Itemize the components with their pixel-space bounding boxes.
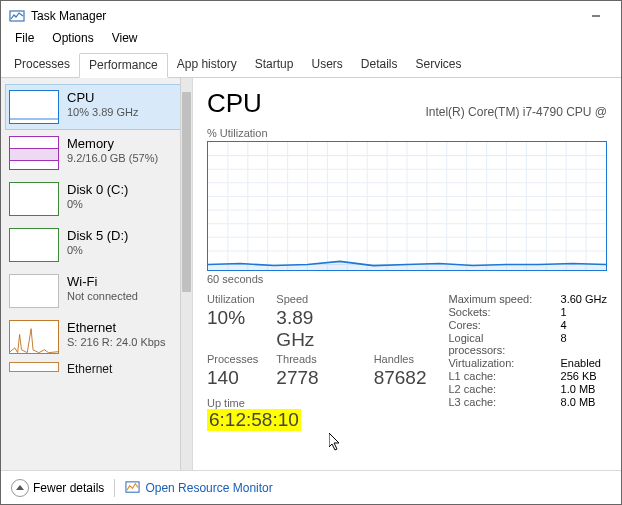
minimize-button[interactable] bbox=[579, 5, 613, 27]
footer-separator bbox=[114, 479, 115, 497]
menubar: File Options View bbox=[1, 29, 621, 51]
ethernet-thumb-icon bbox=[9, 320, 59, 354]
ethernet2-thumb-icon bbox=[9, 362, 59, 372]
l1-label: L1 cache: bbox=[448, 370, 542, 382]
sockets-label: Sockets: bbox=[448, 306, 542, 318]
handles-value: 87682 bbox=[374, 367, 427, 389]
tab-startup[interactable]: Startup bbox=[246, 53, 303, 77]
sockets-value: 1 bbox=[561, 306, 607, 318]
disk0-thumb-icon bbox=[9, 182, 59, 216]
tab-performance[interactable]: Performance bbox=[79, 53, 168, 78]
chevron-up-icon bbox=[11, 479, 29, 497]
fewer-details-button[interactable]: Fewer details bbox=[11, 479, 104, 497]
lprocs-value: 8 bbox=[561, 332, 607, 356]
tab-bar: Processes Performance App history Startu… bbox=[1, 51, 621, 78]
virt-label: Virtualization: bbox=[448, 357, 542, 369]
sidebar-item-ethernet-2[interactable]: Ethernet bbox=[5, 360, 188, 374]
sidebar-scrollbar[interactable] bbox=[180, 78, 192, 470]
resource-monitor-icon bbox=[125, 480, 140, 495]
performance-sidebar: CPU 10% 3.89 GHz Memory 9.2/16.0 GB (57%… bbox=[1, 78, 193, 470]
cores-value: 4 bbox=[561, 319, 607, 331]
resource-monitor-label: Open Resource Monitor bbox=[145, 481, 272, 495]
virt-value: Enabled bbox=[561, 357, 607, 369]
processes-value: 140 bbox=[207, 367, 258, 389]
sidebar-item-disk5[interactable]: Disk 5 (D:) 0% bbox=[5, 222, 188, 268]
cpu-model: Intel(R) Core(TM) i7-4790 CPU @ bbox=[425, 105, 607, 119]
handles-label: Handles bbox=[374, 353, 427, 365]
menu-view[interactable]: View bbox=[104, 29, 146, 47]
open-resource-monitor-link[interactable]: Open Resource Monitor bbox=[125, 480, 272, 495]
l3-value: 8.0 MB bbox=[561, 396, 607, 408]
sidebar-item-ethernet[interactable]: Ethernet S: 216 R: 24.0 Kbps bbox=[5, 314, 188, 360]
sidebar-disk5-title: Disk 5 (D:) bbox=[67, 228, 128, 243]
threads-label: Threads bbox=[276, 353, 355, 365]
footer: Fewer details Open Resource Monitor bbox=[1, 470, 621, 504]
sidebar-cpu-title: CPU bbox=[67, 90, 139, 105]
tab-details[interactable]: Details bbox=[352, 53, 407, 77]
sidebar-eth-title: Ethernet bbox=[67, 320, 165, 335]
wifi-thumb-icon bbox=[9, 274, 59, 308]
disk5-thumb-icon bbox=[9, 228, 59, 262]
utilization-label: Utilization bbox=[207, 293, 258, 305]
sidebar-item-wifi[interactable]: Wi-Fi Not connected bbox=[5, 268, 188, 314]
sidebar-eth-sub: S: 216 R: 24.0 Kbps bbox=[67, 336, 165, 348]
speed-value: 3.89 GHz bbox=[276, 307, 355, 351]
sidebar-memory-sub: 9.2/16.0 GB (57%) bbox=[67, 152, 158, 164]
chart-x-label: 60 seconds bbox=[207, 273, 607, 285]
tab-users[interactable]: Users bbox=[302, 53, 351, 77]
speed-label: Speed bbox=[276, 293, 355, 305]
window-title: Task Manager bbox=[31, 9, 106, 23]
sidebar-disk5-sub: 0% bbox=[67, 244, 128, 256]
sidebar-eth2-title: Ethernet bbox=[67, 362, 112, 374]
sidebar-item-cpu[interactable]: CPU 10% 3.89 GHz bbox=[5, 84, 188, 130]
l1-value: 256 KB bbox=[561, 370, 607, 382]
main-panel: CPU Intel(R) Core(TM) i7-4790 CPU @ % Ut… bbox=[193, 78, 621, 470]
memory-thumb-icon bbox=[9, 136, 59, 170]
menu-options[interactable]: Options bbox=[44, 29, 101, 47]
cpu-utilization-chart bbox=[207, 141, 607, 271]
sidebar-item-memory[interactable]: Memory 9.2/16.0 GB (57%) bbox=[5, 130, 188, 176]
threads-value: 2778 bbox=[276, 367, 355, 389]
l2-value: 1.0 MB bbox=[561, 383, 607, 395]
sidebar-memory-title: Memory bbox=[67, 136, 158, 151]
sidebar-disk0-sub: 0% bbox=[67, 198, 128, 210]
menu-file[interactable]: File bbox=[7, 29, 42, 47]
l3-label: L3 cache: bbox=[448, 396, 542, 408]
max-speed-value: 3.60 GHz bbox=[561, 293, 607, 305]
utilization-value: 10% bbox=[207, 307, 258, 351]
processes-label: Processes bbox=[207, 353, 258, 365]
task-manager-icon bbox=[9, 8, 25, 24]
sidebar-wifi-sub: Not connected bbox=[67, 290, 138, 302]
uptime-label: Up time bbox=[207, 397, 426, 409]
page-title: CPU bbox=[207, 88, 262, 119]
cores-label: Cores: bbox=[448, 319, 542, 331]
tab-services[interactable]: Services bbox=[407, 53, 471, 77]
sidebar-wifi-title: Wi-Fi bbox=[67, 274, 138, 289]
sidebar-disk0-title: Disk 0 (C:) bbox=[67, 182, 128, 197]
lprocs-label: Logical processors: bbox=[448, 332, 542, 356]
l2-label: L2 cache: bbox=[448, 383, 542, 395]
max-speed-label: Maximum speed: bbox=[448, 293, 542, 305]
fewer-details-label: Fewer details bbox=[33, 481, 104, 495]
tab-processes[interactable]: Processes bbox=[5, 53, 79, 77]
sidebar-item-disk0[interactable]: Disk 0 (C:) 0% bbox=[5, 176, 188, 222]
uptime-value: 6:12:58:10 bbox=[207, 409, 301, 431]
cpu-thumb-icon bbox=[9, 90, 59, 124]
sidebar-cpu-sub: 10% 3.89 GHz bbox=[67, 106, 139, 118]
tab-app-history[interactable]: App history bbox=[168, 53, 246, 77]
chart-y-label: % Utilization bbox=[207, 127, 607, 139]
